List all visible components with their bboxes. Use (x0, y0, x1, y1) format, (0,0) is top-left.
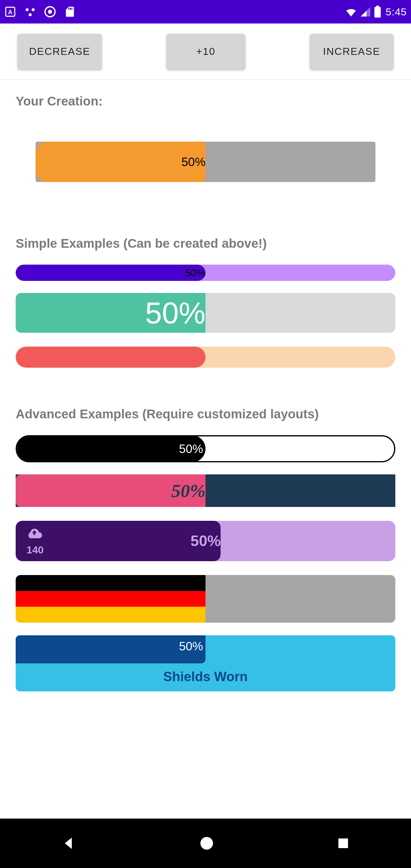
progress-simple-2: 50% (16, 293, 395, 333)
progress-advanced-2: 50% (16, 474, 395, 507)
progress-advanced-3-pct: 50% (190, 532, 221, 550)
progress-simple-1: 50% (16, 265, 395, 281)
progress-advanced-5-shields: 50% Shields Worn (16, 635, 395, 691)
svg-rect-11 (376, 6, 379, 7)
svg-point-6 (48, 10, 52, 13)
svg-rect-8 (70, 8, 71, 10)
plus-10-button[interactable]: +10 (166, 34, 245, 69)
cloud-upload-icon (26, 526, 43, 539)
progress-simple-3 (16, 347, 395, 368)
increase-button[interactable]: INCREASE (310, 34, 393, 69)
svg-point-3 (32, 8, 35, 11)
progress-simple-1-pct: 50% (185, 267, 205, 279)
cell-signal-icon (360, 6, 371, 18)
svg-rect-10 (374, 7, 381, 18)
svg-text:A: A (8, 9, 12, 16)
svg-point-12 (200, 837, 213, 849)
battery-icon (374, 5, 381, 18)
nav-home-button[interactable] (198, 835, 215, 852)
progress-advanced-1: 50% (16, 435, 395, 462)
svg-point-2 (26, 8, 29, 11)
progress-creation: 50% (36, 142, 375, 182)
svg-rect-7 (68, 8, 69, 10)
progress-advanced-2-pct: 50% (171, 480, 205, 501)
nav-back-button[interactable] (61, 835, 77, 852)
nav-recent-button[interactable] (336, 836, 350, 850)
stripe-black (16, 575, 205, 591)
circle-target-icon (44, 6, 56, 18)
progress-creation-pct: 50% (181, 155, 205, 169)
progress-simple-1-fill (16, 265, 205, 281)
progress-advanced-3-fill (16, 521, 221, 561)
progress-advanced-1-fill (16, 435, 205, 462)
action-toolbar: DECREASE +10 INCREASE (0, 24, 411, 80)
android-status-bar: A 5:45 (0, 0, 411, 24)
svg-rect-9 (71, 8, 72, 10)
progress-advanced-3: 140 50% (16, 521, 395, 561)
svg-point-4 (29, 13, 32, 16)
progress-advanced-4-fill (16, 575, 205, 623)
main-content: Your Creation: 50% Simple Examples (Can … (0, 94, 411, 691)
progress-advanced-5-pct: 50% (179, 640, 203, 653)
clock-text: 5:45 (386, 6, 407, 18)
progress-advanced-5-fill (16, 635, 205, 663)
stripe-gold (16, 607, 205, 623)
dots-icon (24, 6, 36, 18)
progress-advanced-3-num: 140 (27, 544, 44, 556)
progress-simple-2-pct: 50% (145, 296, 205, 330)
stripe-red (16, 591, 205, 607)
progress-advanced-5-label: Shields Worn (16, 669, 395, 684)
heading-advanced-examples: Advanced Examples (Require customized la… (16, 407, 395, 421)
wifi-icon (345, 5, 357, 18)
progress-advanced-1-pct: 50% (179, 442, 203, 456)
sd-card-icon (64, 6, 76, 18)
heading-your-creation: Your Creation: (16, 94, 395, 108)
decrease-button[interactable]: DECREASE (18, 34, 102, 69)
progress-simple-3-fill (16, 347, 205, 368)
keyboard-icon: A (4, 6, 16, 18)
heading-simple-examples: Simple Examples (Can be created above!) (16, 236, 395, 251)
android-nav-bar (0, 818, 411, 868)
progress-advanced-4-germany (16, 575, 395, 623)
svg-rect-13 (338, 838, 348, 848)
progress-creation-fill (36, 142, 205, 182)
